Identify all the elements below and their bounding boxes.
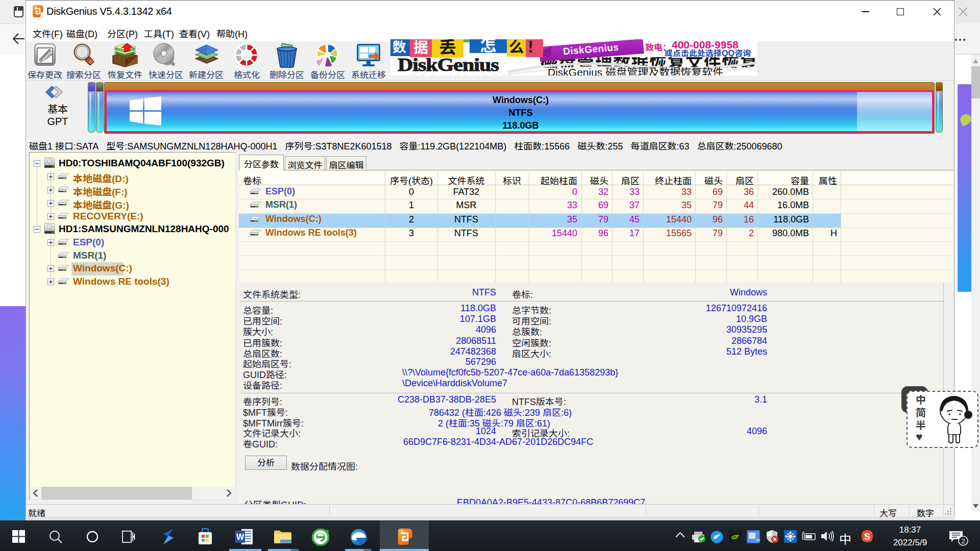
svg-text:S: S — [864, 532, 870, 542]
svg-text:2: 2 — [961, 537, 965, 545]
svg-text:W: W — [236, 533, 244, 541]
svg-text:intel: intel — [756, 538, 760, 542]
